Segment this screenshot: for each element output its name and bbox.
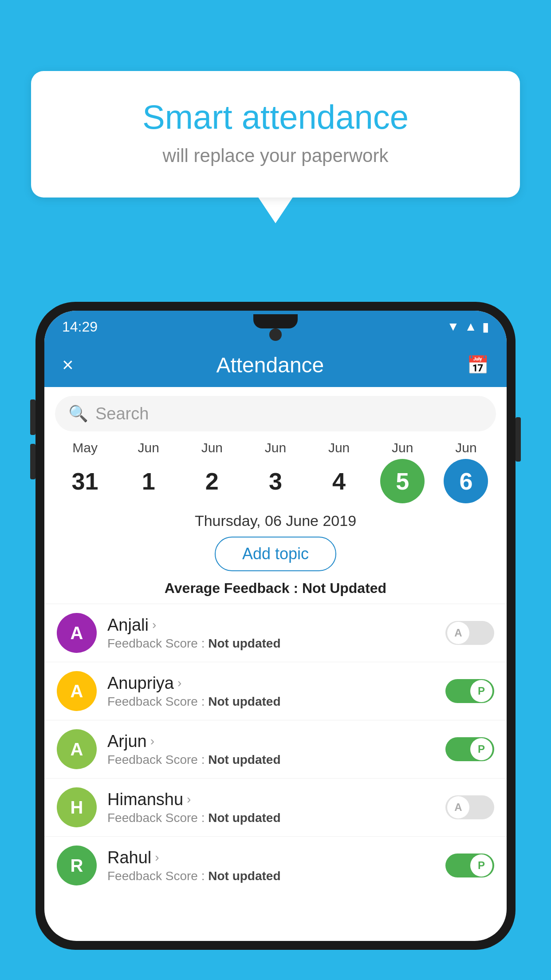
signal-icon: ▲ <box>464 320 477 334</box>
feedback-score: Feedback Score : Not updated <box>107 695 435 709</box>
search-bar[interactable]: 🔍 Search <box>55 396 496 431</box>
date-month: Jun <box>265 440 286 455</box>
date-cell-2[interactable]: Jun2 <box>185 440 239 503</box>
toggle-switch[interactable]: A <box>445 621 494 645</box>
chevron-right-icon: › <box>152 618 156 632</box>
phone-screen: 14:29 ▼ ▲ ▮ × Attendance 📅 🔍 Search May3… <box>44 311 507 941</box>
date-month: Jun <box>201 440 223 455</box>
student-item-4: RRahul ›Feedback Score : Not updatedP <box>44 836 507 894</box>
student-info[interactable]: Anupriya ›Feedback Score : Not updated <box>107 674 435 709</box>
avatar: A <box>57 729 97 769</box>
phone-camera <box>269 328 282 341</box>
phone-notch <box>253 314 298 328</box>
student-item-0: AAnjali ›Feedback Score : Not updatedA <box>44 604 507 662</box>
date-day[interactable]: 31 <box>63 459 107 503</box>
app-header: × Attendance 📅 <box>44 343 507 387</box>
date-day[interactable]: 5 <box>380 459 425 503</box>
attendance-toggle[interactable]: P <box>445 854 494 877</box>
student-info[interactable]: Rahul ›Feedback Score : Not updated <box>107 848 435 883</box>
toggle-thumb: P <box>470 738 492 760</box>
phone-outer: 14:29 ▼ ▲ ▮ × Attendance 📅 🔍 Search May3… <box>35 302 516 950</box>
student-list: AAnjali ›Feedback Score : Not updatedAAA… <box>44 604 507 894</box>
selected-date: Thursday, 06 June 2019 <box>44 503 507 537</box>
toggle-switch[interactable]: P <box>445 679 494 703</box>
attendance-toggle[interactable]: A <box>445 621 494 645</box>
date-month: Jun <box>328 440 350 455</box>
avatar: H <box>57 787 97 827</box>
feedback-score: Feedback Score : Not updated <box>107 869 435 883</box>
toggle-switch[interactable]: P <box>445 854 494 877</box>
student-name: Arjun › <box>107 732 435 751</box>
chevron-right-icon: › <box>150 734 154 748</box>
avatar: A <box>57 613 97 653</box>
chevron-right-icon: › <box>187 792 191 806</box>
date-day[interactable]: 3 <box>253 459 298 503</box>
student-info[interactable]: Arjun ›Feedback Score : Not updated <box>107 732 435 767</box>
feedback-score: Feedback Score : Not updated <box>107 753 435 767</box>
wifi-icon: ▼ <box>447 320 460 334</box>
student-info[interactable]: Anjali ›Feedback Score : Not updated <box>107 616 435 651</box>
student-info[interactable]: Himanshu ›Feedback Score : Not updated <box>107 790 435 825</box>
attendance-toggle[interactable]: A <box>445 795 494 819</box>
toggle-thumb: P <box>470 680 492 702</box>
avatar: R <box>57 846 97 885</box>
chevron-right-icon: › <box>177 676 181 690</box>
date-month: May <box>72 440 98 455</box>
speech-bubble: Smart attendance will replace your paper… <box>31 71 520 198</box>
search-icon: 🔍 <box>68 404 88 423</box>
date-month: Jun <box>455 440 476 455</box>
search-input[interactable]: Search <box>95 404 483 423</box>
chevron-right-icon: › <box>155 850 159 865</box>
battery-icon: ▮ <box>482 320 489 334</box>
date-day[interactable]: 1 <box>126 459 171 503</box>
attendance-toggle[interactable]: P <box>445 679 494 703</box>
feedback-score: Feedback Score : Not updated <box>107 636 435 651</box>
student-item-1: AAnupriya ›Feedback Score : Not updatedP <box>44 662 507 720</box>
student-name: Himanshu › <box>107 790 435 809</box>
status-icons: ▼ ▲ ▮ <box>447 320 489 334</box>
add-topic-button[interactable]: Add topic <box>215 537 336 571</box>
toggle-switch[interactable]: A <box>445 795 494 819</box>
calendar-icon[interactable]: 📅 <box>467 355 489 375</box>
avg-feedback: Average Feedback : Not Updated <box>44 580 507 604</box>
date-day[interactable]: 6 <box>444 459 488 503</box>
date-month: Jun <box>138 440 159 455</box>
date-cell-1[interactable]: Jun1 <box>122 440 175 503</box>
toggle-thumb: A <box>447 796 469 818</box>
volume-up-button <box>30 399 35 435</box>
close-button[interactable]: × <box>62 354 74 376</box>
avatar: A <box>57 671 97 711</box>
phone-device: 14:29 ▼ ▲ ▮ × Attendance 📅 🔍 Search May3… <box>35 302 516 980</box>
status-time: 14:29 <box>62 319 98 335</box>
date-month: Jun <box>392 440 413 455</box>
date-cell-5[interactable]: Jun5 <box>376 440 429 503</box>
speech-bubble-subtitle: will replace your paperwork <box>67 145 484 166</box>
date-cell-4[interactable]: Jun4 <box>312 440 366 503</box>
speech-bubble-title: Smart attendance <box>67 98 484 136</box>
toggle-thumb: A <box>447 622 469 644</box>
avg-feedback-label: Average Feedback : <box>165 580 302 596</box>
student-name: Anupriya › <box>107 674 435 693</box>
toggle-switch[interactable]: P <box>445 737 494 761</box>
date-cell-0[interactable]: May31 <box>59 440 112 503</box>
student-item-3: HHimanshu ›Feedback Score : Not updatedA <box>44 778 507 836</box>
volume-down-button <box>30 444 35 479</box>
date-cell-6[interactable]: Jun6 <box>439 440 492 503</box>
student-name: Anjali › <box>107 616 435 635</box>
date-cell-3[interactable]: Jun3 <box>249 440 302 503</box>
date-day[interactable]: 2 <box>190 459 234 503</box>
speech-bubble-section: Smart attendance will replace your paper… <box>31 71 520 223</box>
attendance-toggle[interactable]: P <box>445 737 494 761</box>
power-button <box>516 417 521 462</box>
feedback-score: Feedback Score : Not updated <box>107 811 435 825</box>
student-name: Rahul › <box>107 848 435 867</box>
student-item-2: AArjun ›Feedback Score : Not updatedP <box>44 720 507 778</box>
avg-feedback-value: Not Updated <box>302 580 386 596</box>
speech-bubble-tail <box>258 197 293 223</box>
date-strip: May31Jun1Jun2Jun3Jun4Jun5Jun6 <box>44 436 507 503</box>
date-day[interactable]: 4 <box>317 459 361 503</box>
toggle-thumb: P <box>470 854 492 877</box>
app-title: Attendance <box>74 353 467 377</box>
